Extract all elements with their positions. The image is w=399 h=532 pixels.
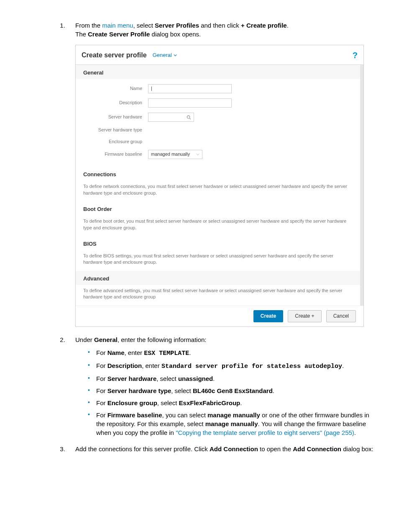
t: to open the bbox=[258, 445, 293, 452]
t: manage manually bbox=[207, 411, 260, 419]
bullet-server-hardware: For Server hardware, select unassigned. bbox=[88, 374, 374, 383]
cancel-button[interactable]: Cancel bbox=[326, 310, 356, 322]
step-2: Under General, enter the following infor… bbox=[67, 335, 374, 437]
connections-desc: To define network connections, you must … bbox=[76, 181, 360, 201]
t: For bbox=[96, 387, 107, 394]
create-server-profile-dialog: Create server profile General ? ᐱ ᐯ Gene… bbox=[75, 45, 364, 327]
general-form: Name | Description Server hardware bbox=[76, 79, 360, 167]
dialog-title: Create server profile bbox=[82, 51, 147, 60]
text: , enter the following information: bbox=[118, 336, 207, 343]
t: Description bbox=[107, 362, 142, 369]
page-content: From the main menu, select Server Profil… bbox=[0, 0, 399, 532]
search-icon bbox=[187, 115, 191, 120]
svg-line-1 bbox=[189, 118, 191, 119]
step-2-bullets: For Name, enter ESX TEMPLATE. For Descri… bbox=[75, 348, 374, 437]
dialog-body: ᐱ ᐯ General Name | Description bbox=[76, 65, 363, 306]
tab-label: General bbox=[153, 51, 172, 59]
text: Create Server Profile bbox=[88, 31, 150, 38]
t: , select bbox=[171, 387, 193, 394]
text: + Create profile bbox=[241, 22, 287, 29]
t: Name bbox=[107, 349, 125, 356]
advanced-desc: To define advanced settings, you must fi… bbox=[76, 285, 360, 306]
bullet-server-hardware-type: For Server hardware type, select BL460c … bbox=[88, 386, 374, 395]
bullet-firmware-baseline: For Firmware baseline, you can select ma… bbox=[88, 411, 374, 437]
t: ESX TEMPLATE bbox=[144, 350, 189, 357]
step-3: Add the connections for this server prof… bbox=[67, 445, 374, 453]
bullet-name: For Name, enter ESX TEMPLATE. bbox=[88, 348, 374, 358]
t: For bbox=[96, 411, 107, 419]
label-enclosure-group: Enclosure group bbox=[83, 139, 148, 145]
server-hardware-input[interactable] bbox=[148, 113, 194, 122]
bullet-description: For Description, enter Standard server p… bbox=[88, 361, 374, 371]
numbered-steps: From the main menu, select Server Profil… bbox=[42, 21, 374, 453]
t: , enter bbox=[125, 349, 144, 356]
t: For bbox=[96, 349, 107, 356]
scrollbar-down-icon[interactable]: ᐯ bbox=[360, 301, 363, 306]
label-server-hardware: Server hardware bbox=[83, 114, 148, 120]
row-name: Name | bbox=[83, 82, 353, 96]
t: Enclosure group bbox=[107, 399, 157, 406]
label-firmware-baseline: Firmware baseline bbox=[83, 151, 148, 157]
t: BL460c Gen8 EsxStandard bbox=[193, 387, 273, 394]
section-general-title: General bbox=[76, 65, 360, 79]
t: . bbox=[213, 375, 215, 382]
t: Server hardware bbox=[107, 375, 157, 382]
scrollbar-up-icon[interactable]: ᐱ bbox=[360, 65, 363, 70]
chevron-down-icon bbox=[196, 153, 200, 156]
row-server-hardware-type: Server hardware type bbox=[83, 124, 353, 136]
copy-profile-link[interactable]: "Copying the template server profile to … bbox=[176, 429, 354, 436]
description-input[interactable] bbox=[148, 98, 232, 108]
section-connections-title: Connections bbox=[76, 167, 360, 181]
t: EsxFlexFabricGroup bbox=[179, 399, 240, 406]
t: . bbox=[342, 362, 344, 369]
section-advanced-title: Advanced bbox=[76, 271, 360, 285]
step-1: From the main menu, select Server Profil… bbox=[67, 21, 374, 327]
t: manage manually bbox=[205, 420, 258, 427]
row-server-hardware: Server hardware bbox=[83, 110, 353, 124]
text: , select bbox=[133, 22, 155, 29]
section-bios-title: BIOS bbox=[76, 236, 360, 250]
bios-desc: To define BIOS settings, you must first … bbox=[76, 250, 360, 271]
svg-point-0 bbox=[187, 116, 189, 118]
t: . bbox=[354, 429, 356, 436]
text: dialog box opens. bbox=[150, 31, 201, 38]
text: Server Profiles bbox=[155, 22, 199, 29]
t: Server hardware type bbox=[107, 387, 171, 394]
t: For bbox=[96, 362, 107, 369]
boot-desc: To define boot order, you must first sel… bbox=[76, 216, 360, 236]
text: General bbox=[94, 336, 118, 343]
name-input[interactable]: | bbox=[148, 84, 232, 93]
dialog-header: Create server profile General ? bbox=[76, 45, 363, 65]
t: . bbox=[189, 349, 191, 356]
section-boot-title: Boot Order bbox=[76, 201, 360, 216]
create-plus-button[interactable]: Create + bbox=[288, 310, 321, 322]
t: dialog box: bbox=[341, 445, 373, 452]
t: . bbox=[240, 399, 242, 406]
main-menu-link[interactable]: main menu bbox=[102, 22, 133, 29]
text: and then click bbox=[199, 22, 241, 29]
text: . bbox=[287, 22, 289, 29]
t: , select bbox=[156, 375, 178, 382]
t: , select bbox=[157, 399, 179, 406]
firmware-baseline-select[interactable]: managed manually bbox=[148, 150, 202, 159]
t: Add Connection bbox=[293, 445, 341, 452]
t: , you can select bbox=[162, 411, 207, 419]
chevron-down-icon bbox=[174, 54, 177, 57]
help-icon[interactable]: ? bbox=[353, 49, 358, 61]
t: For bbox=[96, 375, 107, 382]
label-name: Name bbox=[83, 85, 148, 92]
t: For bbox=[96, 399, 107, 406]
t: Firmware baseline bbox=[107, 411, 162, 419]
tab-general[interactable]: General bbox=[153, 51, 177, 59]
t: Add Connection bbox=[210, 445, 258, 452]
t: unassigned bbox=[178, 375, 213, 382]
firmware-baseline-value: managed manually bbox=[151, 151, 190, 157]
row-enclosure-group: Enclosure group bbox=[83, 136, 353, 147]
t: . bbox=[273, 387, 274, 394]
dialog-footer: Create Create + Cancel bbox=[76, 306, 363, 326]
label-server-hardware-type: Server hardware type bbox=[83, 127, 148, 133]
dialog-scroll-content: General Name | Description Serv bbox=[76, 65, 360, 306]
t: Add the connections for this server prof… bbox=[75, 445, 210, 452]
label-description: Description bbox=[83, 100, 148, 106]
create-button[interactable]: Create bbox=[253, 310, 283, 322]
